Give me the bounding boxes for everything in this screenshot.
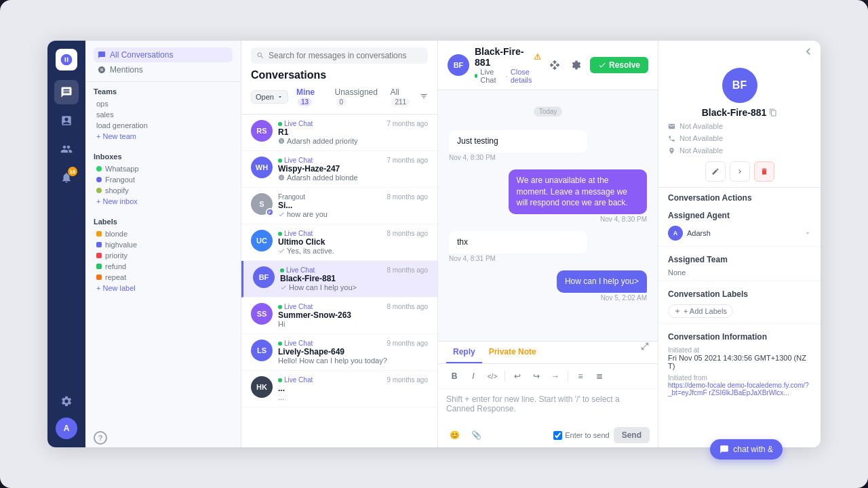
conv-avatar: SS (251, 303, 273, 325)
resolve-button[interactable]: Conversation Actions Resolve (590, 57, 648, 73)
delete-contact-btn[interactable] (754, 161, 774, 182)
new-team-btn[interactable]: + New team (94, 131, 233, 142)
redo-btn[interactable]: ↪ (528, 368, 545, 384)
bold-btn[interactable]: B (446, 368, 462, 384)
conv-item[interactable]: WH Live Chat 7 months ago Wispy-Haze-247… (241, 151, 437, 188)
label-priority[interactable]: priority (94, 250, 233, 261)
notifications-nav-icon[interactable]: 18 (54, 165, 79, 190)
attach-btn[interactable]: 📎 (468, 427, 484, 443)
private-note-tab[interactable]: Private Note (482, 342, 543, 363)
add-labels-btn[interactable]: + Add Labels (668, 304, 733, 318)
conv-avatar: RS (251, 120, 273, 142)
forward-btn[interactable]: → (547, 368, 564, 384)
conv-msg: Adarsh added priority (278, 137, 428, 145)
filter-icon[interactable] (420, 91, 428, 103)
compose-footer-right: Enter to send Send (553, 427, 650, 443)
team-ops[interactable]: ops (94, 98, 233, 109)
agent-avatar: A (668, 226, 683, 241)
label-blonde[interactable]: blonde (94, 228, 233, 239)
conv-info-initiated-at: Initiated at Fri Nov 05 2021 14:30:56 GM… (658, 344, 821, 372)
search-input[interactable] (269, 51, 422, 60)
collapse-panel-btn[interactable] (802, 45, 815, 58)
right-panel: BF Black-Fire-881 Not Available Not Avai… (658, 41, 821, 447)
msg-row: How can I help you> Nov 5, 2:02 AM (449, 270, 647, 302)
enter-to-send-checkbox[interactable] (553, 431, 562, 440)
labels-title: Labels (94, 218, 233, 226)
inbox-frangout[interactable]: Frangout (94, 174, 233, 185)
conv-name: ... (278, 384, 428, 393)
more-actions-btn[interactable] (730, 161, 750, 182)
msg-row: thx Nov 4, 8:31 PM (449, 231, 647, 262)
msg-time: Nov 4, 8:30 PM (449, 154, 647, 161)
inbox-whatsapp[interactable]: Whatsapp (94, 163, 233, 174)
conversations-nav-icon[interactable] (54, 80, 79, 104)
compose-placeholder: Shift + enter for new line. Start with '… (446, 394, 650, 413)
new-label-btn[interactable]: + New label (94, 283, 233, 293)
label-highvalue[interactable]: highvalue (94, 239, 233, 250)
conv-item-active[interactable]: BF Live Chat 8 months ago Black-Fire-881… (241, 261, 437, 298)
msg-time: Nov 5, 2:02 AM (601, 294, 647, 302)
tab-unassigned[interactable]: Unassigned 0 (331, 85, 387, 108)
compose-tabs: Reply Private Note (438, 342, 658, 364)
toolbar-divider (505, 371, 505, 382)
tab-all[interactable]: All 211 (386, 85, 420, 108)
assigned-agent-label: Assigned Agent (658, 205, 821, 223)
conv-msg: How can I help you> (280, 283, 428, 291)
conv-item[interactable]: HK Live Chat 9 months ago ... ... (241, 371, 437, 407)
conv-name: Wispy-Haze-247 (278, 164, 428, 174)
all-conversations-nav[interactable]: All Conversations (94, 47, 233, 62)
search-bar (251, 47, 428, 64)
team-load-generation[interactable]: load generation (94, 120, 233, 131)
status-select[interactable]: Open (251, 90, 288, 104)
conv-name: Ultimo Click (278, 237, 428, 247)
app-logo[interactable] (56, 49, 77, 70)
msg-bubble: We are unavailable at the moment. Leave … (509, 169, 647, 214)
conv-time: 9 months ago (387, 340, 428, 347)
msg-row: We are unavailable at the moment. Leave … (449, 169, 647, 223)
conv-item[interactable]: UC Live Chat 8 months ago Ultimo Click Y… (241, 224, 437, 261)
mentions-nav[interactable]: Mentions (94, 62, 233, 77)
undo-btn[interactable]: ↩ (509, 368, 526, 384)
reports-nav-icon[interactable] (54, 108, 79, 133)
ordered-list-btn[interactable]: ≣ (591, 368, 608, 384)
conv-item[interactable]: LS Live Chat 9 months ago Lively-Shape-6… (241, 334, 437, 371)
msg-time: Nov 4, 8:31 PM (449, 255, 647, 262)
chat-with-button[interactable]: chat with & (710, 439, 783, 460)
italic-btn[interactable]: I (465, 368, 481, 384)
contact-name: Black-Fire-881 (702, 107, 778, 118)
conv-list-header: Conversations Open Mine 13 Unassigned 0 (241, 41, 437, 115)
team-sales[interactable]: sales (94, 109, 233, 120)
conv-time: 9 months ago (387, 376, 428, 384)
conv-info-initiated-from: Initiated from https://demo-focale demo-… (658, 372, 821, 399)
send-button[interactable]: Send (614, 427, 650, 443)
conv-item[interactable]: SS Live Chat 8 months ago Summer-Snow-26… (241, 298, 437, 334)
close-details-btn[interactable]: Close details (511, 68, 541, 84)
switch-view-btn[interactable] (547, 57, 563, 73)
conv-msg: ... (278, 393, 428, 401)
copy-icon (769, 108, 777, 117)
reply-tab[interactable]: Reply (446, 342, 482, 363)
contact-email-field: Not Available (668, 122, 811, 130)
label-repeat[interactable]: repeat (94, 272, 233, 283)
list-btn[interactable]: ≡ (572, 368, 589, 384)
conv-item[interactable]: RS Live Chat 7 months ago R1 Adarsh adde… (241, 115, 437, 151)
label-refund[interactable]: refund (94, 261, 233, 272)
user-avatar[interactable]: A (56, 418, 77, 439)
conv-msg: Adarsh added blonde (278, 174, 428, 182)
settings-nav-icon[interactable] (54, 389, 79, 413)
edit-contact-btn[interactable] (705, 161, 726, 182)
inbox-shopify[interactable]: shopify (94, 185, 233, 196)
new-inbox-btn[interactable]: + New inbox (94, 196, 233, 207)
chat-messages: Today Just testing Nov 4, 8:30 PM We are… (438, 90, 658, 341)
tab-mine[interactable]: Mine 13 (292, 85, 331, 108)
conv-msg: Hello! How can I help you today? (278, 357, 428, 365)
conv-source: Live Chat (278, 230, 313, 237)
help-icon[interactable]: ? (94, 431, 107, 445)
right-panel-toggle (658, 41, 821, 62)
code-btn[interactable]: </> (484, 368, 500, 384)
emoji-btn[interactable]: 😊 (446, 427, 462, 443)
conv-item[interactable]: S F Frangout 8 months ago Si... how are … (241, 188, 437, 224)
expand-compose-btn[interactable] (640, 342, 650, 363)
settings-btn[interactable] (568, 57, 585, 73)
contacts-nav-icon[interactable] (54, 137, 79, 161)
